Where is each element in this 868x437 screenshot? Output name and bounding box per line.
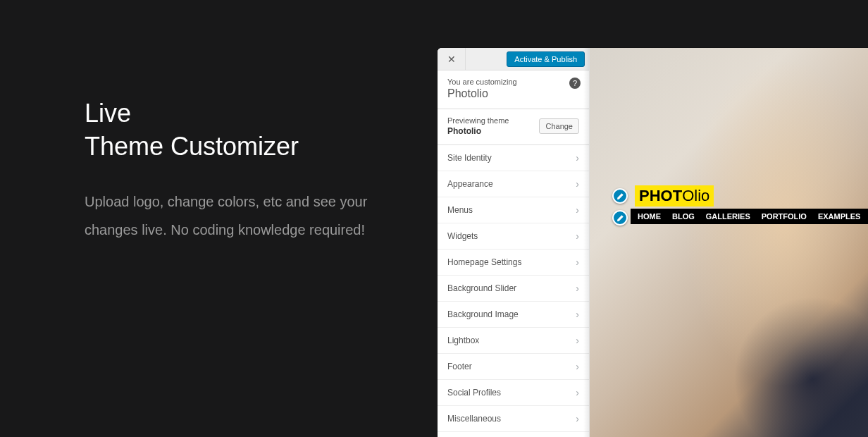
pencil-icon — [616, 192, 624, 200]
section-label: Widgets — [447, 231, 478, 241]
previewing-section: Previewing theme Photolio Change — [438, 109, 589, 145]
theme-preview: PHOTOlio HOME BLOG GALLERIES PORTFOLIO E… — [590, 48, 868, 437]
nav-home[interactable]: HOME — [638, 212, 661, 221]
customizer-sidebar: ✕ Activate & Publish You are customizing… — [438, 48, 590, 437]
section-label: Homepage Settings — [447, 257, 521, 267]
logo-bold: PHOT — [639, 187, 682, 204]
nav-examples[interactable]: EXAMPLES — [818, 212, 861, 221]
chevron-right-icon: › — [576, 152, 579, 164]
customizing-label: You are customizing — [447, 78, 579, 86]
section-label: Appearance — [447, 179, 493, 189]
promo-title: Live Theme Customizer — [85, 97, 395, 164]
section-label: Site Identity — [447, 153, 492, 163]
logo-thin: Olio — [682, 187, 709, 204]
edit-nav-pin[interactable] — [612, 210, 628, 226]
section-homepage-settings[interactable]: Homepage Settings› — [438, 250, 589, 276]
section-lightbox[interactable]: Lightbox› — [438, 328, 589, 354]
pencil-icon — [616, 214, 624, 222]
section-miscellaneous[interactable]: Miscellaneous› — [438, 406, 589, 432]
edit-logo-pin[interactable] — [612, 188, 628, 204]
section-label: Footer — [447, 362, 472, 371]
section-widgets[interactable]: Widgets› — [438, 223, 589, 250]
promo-title-line1: Live — [85, 99, 131, 128]
chevron-right-icon: › — [576, 361, 579, 372]
section-background-image[interactable]: Background Image› — [438, 302, 589, 328]
chevron-right-icon: › — [576, 230, 579, 242]
promo-title-line2: Theme Customizer — [85, 132, 299, 161]
nav-portfolio[interactable]: PORTFOLIO — [762, 212, 807, 221]
chevron-right-icon: › — [576, 283, 579, 294]
previewing-label: Previewing theme — [447, 116, 509, 125]
section-label: Social Profiles — [447, 388, 501, 398]
customizing-section: You are customizing Photolio ? — [438, 70, 589, 109]
promo-text: Live Theme Customizer Upload logo, chang… — [85, 97, 395, 244]
close-button[interactable]: ✕ — [438, 48, 466, 70]
section-background-slider[interactable]: Background Slider› — [438, 276, 589, 302]
chevron-right-icon: › — [576, 413, 579, 424]
section-footer[interactable]: Footer› — [438, 354, 589, 380]
panel-header: ✕ Activate & Publish — [438, 48, 589, 70]
section-label: Background Image — [447, 309, 519, 319]
nav-galleries[interactable]: GALLERIES — [706, 212, 750, 221]
publish-button[interactable]: Activate & Publish — [507, 51, 585, 67]
chevron-right-icon: › — [576, 257, 579, 268]
help-icon[interactable]: ? — [569, 78, 581, 89]
close-icon: ✕ — [447, 54, 456, 65]
sections-list[interactable]: Site Identity› Appearance› Menus› Widget… — [438, 145, 589, 437]
section-site-identity[interactable]: Site Identity› — [438, 145, 589, 171]
site-logo[interactable]: PHOTOlio — [635, 185, 714, 207]
section-label: Lightbox — [447, 336, 479, 345]
chevron-right-icon: › — [576, 335, 579, 346]
site-navbar: HOME BLOG GALLERIES PORTFOLIO EXAMPLES C… — [631, 209, 868, 224]
section-label: Background Slider — [447, 283, 516, 293]
chevron-right-icon: › — [576, 178, 579, 190]
customizer-window: ✕ Activate & Publish You are customizing… — [438, 48, 868, 437]
chevron-right-icon: › — [576, 204, 579, 216]
section-appearance[interactable]: Appearance› — [438, 171, 589, 197]
section-social-profiles[interactable]: Social Profiles› — [438, 380, 589, 406]
section-label: Menus — [447, 205, 473, 215]
nav-blog[interactable]: BLOG — [672, 212, 695, 221]
section-menus[interactable]: Menus› — [438, 197, 589, 223]
chevron-right-icon: › — [576, 309, 579, 320]
section-label: Miscellaneous — [447, 414, 501, 424]
previewing-theme: Photolio — [447, 126, 509, 136]
theme-name: Photolio — [447, 87, 579, 100]
chevron-right-icon: › — [576, 387, 579, 398]
change-button[interactable]: Change — [539, 118, 579, 134]
promo-body: Upload logo, change colors, etc and see … — [85, 187, 395, 244]
